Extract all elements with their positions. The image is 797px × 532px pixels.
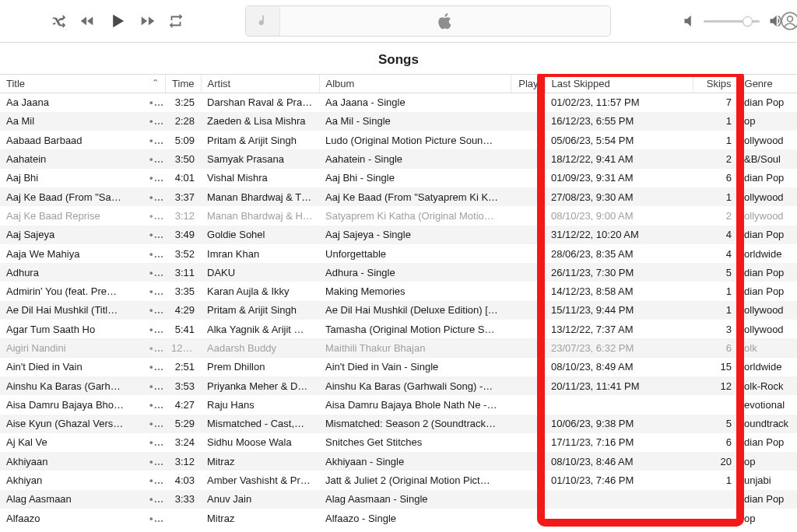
cell-plays [511, 112, 545, 131]
cell-title: Aaj Bhi [0, 169, 143, 187]
cell-time: 3:50 [165, 149, 201, 168]
account-icon[interactable] [780, 11, 797, 31]
more-button[interactable]: ••• [143, 338, 165, 357]
toolbar [0, 0, 797, 43]
more-button[interactable]: ••• [143, 169, 165, 187]
cell-title: Ain't Died in Vain [0, 358, 143, 376]
more-button[interactable]: ••• [143, 490, 165, 509]
cell-last-skipped: 05/06/23, 5:54 PM [545, 131, 693, 149]
table-row[interactable]: Aabaad Barbaad•••5:09Pritam & Arijit Sin… [0, 131, 797, 149]
volume-slider[interactable] [704, 20, 760, 23]
table-row[interactable]: Aa Mil•••2:28Zaeden & Lisa MishraAa Mil … [0, 112, 797, 131]
col-album[interactable]: Album [319, 75, 511, 93]
col-last-skipped[interactable]: Last Skipped [545, 75, 693, 93]
table-row[interactable]: Admirin' You (feat. Pre…•••3:35Karan Auj… [0, 282, 797, 300]
cell-title: Alfaazo [0, 509, 143, 527]
cell-skips: 6 [693, 169, 738, 187]
cell-skips: 4 [693, 226, 738, 244]
table-row[interactable]: Aj Kal Ve•••3:24Sidhu Moose WalaSnitches… [0, 433, 797, 452]
more-button[interactable]: ••• [143, 358, 165, 376]
more-button[interactable]: ••• [143, 433, 165, 452]
cell-genre: op [738, 509, 797, 527]
volume-knob[interactable] [743, 16, 753, 26]
table-row[interactable]: Agar Tum Saath Ho•••5:41Alka Yagnik & Ar… [0, 320, 797, 338]
cell-last-skipped: 14/12/23, 8:58 AM [545, 282, 693, 300]
more-button[interactable]: ••• [143, 282, 165, 300]
table-row[interactable]: Aa Jaana•••3:25Darshan Raval & Pra…Aa Ja… [0, 93, 797, 112]
play-button[interactable] [107, 10, 128, 32]
more-button[interactable]: ••• [143, 376, 165, 395]
col-time[interactable]: Time [165, 75, 201, 93]
cell-title: Aigiri Nandini [0, 338, 143, 357]
more-button[interactable]: ••• [143, 471, 165, 489]
cell-album: Ludo (Original Motion Picture Soun… [319, 131, 511, 149]
more-button[interactable]: ••• [143, 301, 165, 320]
more-button[interactable]: ••• [143, 415, 165, 433]
col-title[interactable]: Title⌃ [0, 75, 165, 93]
cell-plays [511, 433, 545, 452]
more-button[interactable]: ••• [143, 226, 165, 244]
cell-last-skipped: 01/09/23, 9:31 AM [545, 169, 693, 187]
col-skips[interactable]: Skips [693, 75, 738, 93]
cell-album: Aaj Sajeya - Single [319, 226, 511, 244]
cell-skips: 1 [693, 471, 738, 489]
cell-artist: Pritam & Arijit Singh [201, 301, 319, 320]
lcd-display [245, 5, 611, 37]
table-row[interactable]: Aaj Ke Baad Reprise•••3:12Manan Bhardwaj… [0, 206, 797, 225]
table-row[interactable]: Aigiri Nandini•••12:…Aadarsh BuddyMaithi… [0, 338, 797, 357]
table-row[interactable]: Aahatein•••3:50Samyak PrasanaAahatein - … [0, 149, 797, 168]
more-button[interactable]: ••• [143, 131, 165, 149]
table-row[interactable]: Aaj Sajeya•••3:49Goldie SohelAaj Sajeya … [0, 226, 797, 244]
more-button[interactable]: ••• [143, 112, 165, 131]
col-genre[interactable]: Genre [738, 75, 797, 93]
table-row[interactable]: Aaj Ke Baad (From "Sa…•••3:37Manan Bhard… [0, 187, 797, 206]
more-button[interactable]: ••• [143, 149, 165, 168]
cell-time: 3:12 [165, 206, 201, 225]
table-row[interactable]: Ae Dil Hai Mushkil (Titl…•••4:29Pritam &… [0, 301, 797, 320]
cell-album: Aa Mil - Single [319, 112, 511, 131]
cell-title: Aise Kyun (Ghazal Vers… [0, 415, 143, 433]
col-artist[interactable]: Artist [201, 75, 319, 93]
table-row[interactable]: Aaja We Mahiya•••3:52Imran KhanUnforgett… [0, 244, 797, 263]
cell-artist: Manan Bhardwaj & T… [201, 187, 319, 206]
cell-last-skipped [545, 509, 693, 527]
cell-time [165, 509, 201, 527]
table-row[interactable]: Aise Kyun (Ghazal Vers…•••5:29Mismatched… [0, 415, 797, 433]
cell-last-skipped: 13/12/22, 7:37 AM [545, 320, 693, 338]
cell-time: 3:33 [165, 490, 201, 509]
more-button[interactable]: ••• [143, 206, 165, 225]
cell-plays [511, 206, 545, 225]
next-button[interactable] [139, 12, 156, 30]
table-row[interactable]: Ain't Died in Vain•••2:51Prem DhillonAin… [0, 358, 797, 376]
cell-plays [511, 376, 545, 395]
more-button[interactable]: ••• [143, 320, 165, 338]
more-button[interactable]: ••• [143, 93, 165, 112]
table-row[interactable]: Akhiyan•••4:03Amber Vashisht & Pr…Jatt &… [0, 471, 797, 489]
shuffle-button[interactable] [51, 12, 68, 30]
cell-album: Adhura - Single [319, 263, 511, 282]
table-row[interactable]: Ainshu Ka Baras (Garh…•••3:53Priyanka Me… [0, 376, 797, 395]
previous-button[interactable] [79, 12, 96, 30]
table-row[interactable]: Adhura•••3:11DAKUAdhura - Single26/11/23… [0, 263, 797, 282]
table-row[interactable]: Aisa Damru Bajaya Bho…•••4:27Raju HansAi… [0, 395, 797, 414]
table-row[interactable]: Akhiyaan•••3:12MitrazAkhiyaan - Single08… [0, 452, 797, 471]
more-button[interactable]: ••• [143, 452, 165, 471]
cell-title: Aaj Ke Baad Reprise [0, 206, 143, 225]
cell-genre: dian Pop [738, 433, 797, 452]
table-row[interactable]: Alag Aasmaan•••3:33Anuv JainAlag Aasmaan… [0, 490, 797, 509]
cell-last-skipped: 08/10/23, 8:49 AM [545, 358, 693, 376]
repeat-button[interactable] [167, 12, 184, 30]
cell-plays [511, 301, 545, 320]
library-button[interactable] [246, 6, 280, 36]
cell-title: Agar Tum Saath Ho [0, 320, 143, 338]
more-button[interactable]: ••• [143, 263, 165, 282]
more-button[interactable]: ••• [143, 395, 165, 414]
more-button[interactable]: ••• [143, 244, 165, 263]
col-plays[interactable]: Play [511, 75, 545, 93]
table-row[interactable]: Alfaazo•••MitrazAlfaazo - Singleop [0, 509, 797, 527]
more-button[interactable]: ••• [143, 187, 165, 206]
cell-plays [511, 131, 545, 149]
cell-album: Making Memories [319, 282, 511, 300]
more-button[interactable]: ••• [143, 509, 165, 527]
table-row[interactable]: Aaj Bhi•••4:01Vishal MishraAaj Bhi - Sin… [0, 169, 797, 187]
